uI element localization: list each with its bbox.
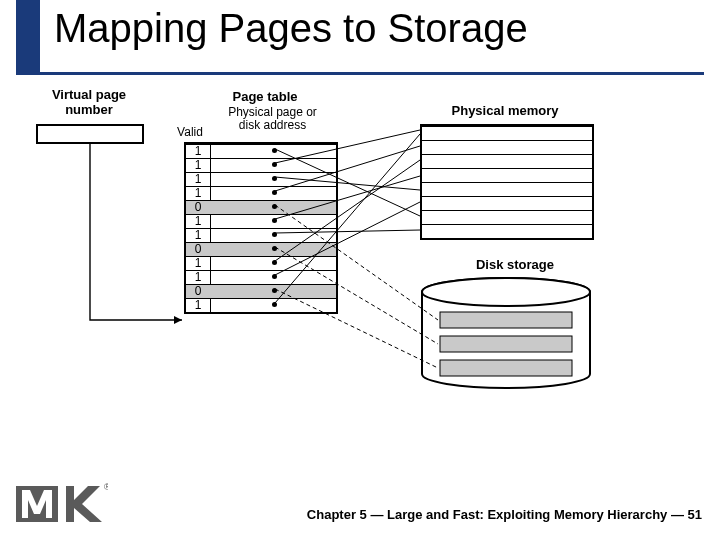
mem-row [422, 140, 592, 155]
title-rule [16, 72, 704, 75]
dot-icon [272, 232, 277, 237]
pagetable-label: Page table [205, 90, 325, 105]
title-accent [16, 0, 40, 74]
svg-rect-4 [440, 360, 572, 376]
ppda-label: Physical page ordisk address [215, 106, 330, 132]
svg-rect-3 [440, 336, 572, 352]
dot-icon [272, 302, 277, 307]
valid-bit: 1 [186, 214, 210, 228]
mem-row [422, 196, 592, 211]
valid-bit: 0 [186, 242, 210, 256]
svg-point-1 [422, 278, 590, 306]
dot-icon [272, 148, 277, 153]
slide-footer: Chapter 5 — Large and Fast: Exploiting M… [307, 507, 702, 522]
dot-icon [272, 190, 277, 195]
physical-memory [420, 124, 594, 240]
valid-label: Valid [170, 126, 210, 139]
pm-label: Physical memory [430, 104, 580, 119]
dot-icon [272, 162, 277, 167]
valid-bit: 1 [186, 172, 210, 186]
dot-icon [272, 246, 277, 251]
valid-bit: 0 [186, 284, 210, 298]
vpn-label: Virtual pagenumber [34, 88, 144, 118]
valid-bit: 1 [186, 144, 210, 158]
publisher-logo: ® [16, 480, 108, 528]
dot-icon [272, 288, 277, 293]
valid-bit: 0 [186, 200, 210, 214]
slide-title: Mapping Pages to Storage [54, 6, 528, 51]
dot-icon [272, 204, 277, 209]
mem-row [422, 210, 592, 225]
slide: Mapping Pages to Storage Virtual pagenum… [0, 0, 720, 540]
svg-rect-2 [440, 312, 572, 328]
mem-row [422, 224, 592, 239]
page-table: 1 1 1 1 0 1 1 0 1 1 0 1 [184, 142, 338, 314]
valid-bit: 1 [186, 158, 210, 172]
vpn-box [36, 124, 144, 144]
dot-icon [272, 274, 277, 279]
valid-bit: 1 [186, 270, 210, 284]
mem-row [422, 154, 592, 169]
diagram-stage: Virtual pagenumber Page table Physical p… [0, 90, 720, 460]
mapping-lines [0, 90, 720, 460]
valid-bit: 1 [186, 256, 210, 270]
mem-row [422, 126, 592, 141]
disk-label: Disk storage [455, 258, 575, 273]
dot-icon [272, 260, 277, 265]
tm-mark: ® [104, 482, 108, 492]
mem-row [422, 168, 592, 183]
valid-bit: 1 [186, 186, 210, 200]
disk-icon [420, 276, 592, 394]
valid-bit: 1 [186, 298, 210, 312]
dot-icon [272, 176, 277, 181]
dot-icon [272, 218, 277, 223]
mem-row [422, 182, 592, 197]
valid-bit: 1 [186, 228, 210, 242]
